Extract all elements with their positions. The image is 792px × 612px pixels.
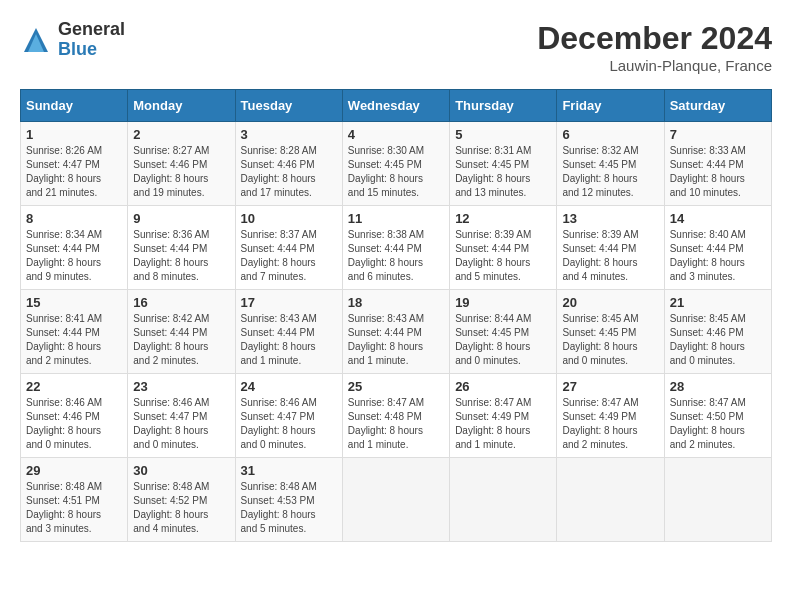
day-number: 5 [455,127,551,142]
day-number: 17 [241,295,337,310]
day-number: 13 [562,211,658,226]
calendar-table: SundayMondayTuesdayWednesdayThursdayFrid… [20,89,772,542]
day-number: 26 [455,379,551,394]
day-number: 24 [241,379,337,394]
day-info: Sunrise: 8:39 AMSunset: 4:44 PMDaylight:… [455,228,551,284]
day-info: Sunrise: 8:46 AMSunset: 4:47 PMDaylight:… [133,396,229,452]
day-info: Sunrise: 8:47 AMSunset: 4:50 PMDaylight:… [670,396,766,452]
week-row-3: 15Sunrise: 8:41 AMSunset: 4:44 PMDayligh… [21,290,772,374]
header-day-friday: Friday [557,90,664,122]
week-row-2: 8Sunrise: 8:34 AMSunset: 4:44 PMDaylight… [21,206,772,290]
day-info: Sunrise: 8:43 AMSunset: 4:44 PMDaylight:… [241,312,337,368]
day-info: Sunrise: 8:32 AMSunset: 4:45 PMDaylight:… [562,144,658,200]
logo-icon [20,24,52,56]
day-number: 14 [670,211,766,226]
day-number: 6 [562,127,658,142]
day-number: 25 [348,379,444,394]
day-number: 30 [133,463,229,478]
day-info: Sunrise: 8:48 AMSunset: 4:51 PMDaylight:… [26,480,122,536]
day-info: Sunrise: 8:42 AMSunset: 4:44 PMDaylight:… [133,312,229,368]
calendar-cell: 15Sunrise: 8:41 AMSunset: 4:44 PMDayligh… [21,290,128,374]
day-info: Sunrise: 8:40 AMSunset: 4:44 PMDaylight:… [670,228,766,284]
calendar-cell: 30Sunrise: 8:48 AMSunset: 4:52 PMDayligh… [128,458,235,542]
header-day-saturday: Saturday [664,90,771,122]
calendar-cell: 20Sunrise: 8:45 AMSunset: 4:45 PMDayligh… [557,290,664,374]
day-info: Sunrise: 8:28 AMSunset: 4:46 PMDaylight:… [241,144,337,200]
calendar-cell: 8Sunrise: 8:34 AMSunset: 4:44 PMDaylight… [21,206,128,290]
day-number: 21 [670,295,766,310]
day-info: Sunrise: 8:45 AMSunset: 4:45 PMDaylight:… [562,312,658,368]
logo: General Blue [20,20,125,60]
calendar-cell: 25Sunrise: 8:47 AMSunset: 4:48 PMDayligh… [342,374,449,458]
calendar-cell: 2Sunrise: 8:27 AMSunset: 4:46 PMDaylight… [128,122,235,206]
day-number: 20 [562,295,658,310]
day-number: 28 [670,379,766,394]
calendar-cell: 22Sunrise: 8:46 AMSunset: 4:46 PMDayligh… [21,374,128,458]
day-number: 18 [348,295,444,310]
day-info: Sunrise: 8:30 AMSunset: 4:45 PMDaylight:… [348,144,444,200]
header-day-wednesday: Wednesday [342,90,449,122]
calendar-cell [450,458,557,542]
day-info: Sunrise: 8:48 AMSunset: 4:53 PMDaylight:… [241,480,337,536]
calendar-cell: 10Sunrise: 8:37 AMSunset: 4:44 PMDayligh… [235,206,342,290]
day-info: Sunrise: 8:46 AMSunset: 4:46 PMDaylight:… [26,396,122,452]
header-day-monday: Monday [128,90,235,122]
calendar-cell: 3Sunrise: 8:28 AMSunset: 4:46 PMDaylight… [235,122,342,206]
calendar-cell: 19Sunrise: 8:44 AMSunset: 4:45 PMDayligh… [450,290,557,374]
week-row-1: 1Sunrise: 8:26 AMSunset: 4:47 PMDaylight… [21,122,772,206]
calendar-cell: 11Sunrise: 8:38 AMSunset: 4:44 PMDayligh… [342,206,449,290]
day-info: Sunrise: 8:44 AMSunset: 4:45 PMDaylight:… [455,312,551,368]
title-block: December 2024 Lauwin-Planque, France [537,20,772,74]
calendar-body: 1Sunrise: 8:26 AMSunset: 4:47 PMDaylight… [21,122,772,542]
header-day-sunday: Sunday [21,90,128,122]
calendar-cell: 9Sunrise: 8:36 AMSunset: 4:44 PMDaylight… [128,206,235,290]
calendar-cell: 6Sunrise: 8:32 AMSunset: 4:45 PMDaylight… [557,122,664,206]
day-info: Sunrise: 8:26 AMSunset: 4:47 PMDaylight:… [26,144,122,200]
calendar-cell: 21Sunrise: 8:45 AMSunset: 4:46 PMDayligh… [664,290,771,374]
day-info: Sunrise: 8:36 AMSunset: 4:44 PMDaylight:… [133,228,229,284]
calendar-cell: 26Sunrise: 8:47 AMSunset: 4:49 PMDayligh… [450,374,557,458]
day-info: Sunrise: 8:43 AMSunset: 4:44 PMDaylight:… [348,312,444,368]
day-info: Sunrise: 8:34 AMSunset: 4:44 PMDaylight:… [26,228,122,284]
day-number: 4 [348,127,444,142]
calendar-cell: 16Sunrise: 8:42 AMSunset: 4:44 PMDayligh… [128,290,235,374]
calendar-cell: 24Sunrise: 8:46 AMSunset: 4:47 PMDayligh… [235,374,342,458]
day-info: Sunrise: 8:47 AMSunset: 4:49 PMDaylight:… [562,396,658,452]
day-number: 23 [133,379,229,394]
day-number: 15 [26,295,122,310]
day-number: 2 [133,127,229,142]
calendar-cell: 13Sunrise: 8:39 AMSunset: 4:44 PMDayligh… [557,206,664,290]
day-info: Sunrise: 8:31 AMSunset: 4:45 PMDaylight:… [455,144,551,200]
day-info: Sunrise: 8:33 AMSunset: 4:44 PMDaylight:… [670,144,766,200]
day-number: 27 [562,379,658,394]
day-number: 9 [133,211,229,226]
calendar-cell: 28Sunrise: 8:47 AMSunset: 4:50 PMDayligh… [664,374,771,458]
day-number: 10 [241,211,337,226]
calendar-cell: 29Sunrise: 8:48 AMSunset: 4:51 PMDayligh… [21,458,128,542]
day-number: 12 [455,211,551,226]
day-number: 3 [241,127,337,142]
day-number: 16 [133,295,229,310]
calendar-header: SundayMondayTuesdayWednesdayThursdayFrid… [21,90,772,122]
header-row: SundayMondayTuesdayWednesdayThursdayFrid… [21,90,772,122]
header-day-thursday: Thursday [450,90,557,122]
calendar-cell [664,458,771,542]
day-info: Sunrise: 8:38 AMSunset: 4:44 PMDaylight:… [348,228,444,284]
page-header: General Blue December 2024 Lauwin-Planqu… [20,20,772,74]
day-info: Sunrise: 8:39 AMSunset: 4:44 PMDaylight:… [562,228,658,284]
calendar-cell: 27Sunrise: 8:47 AMSunset: 4:49 PMDayligh… [557,374,664,458]
calendar-cell [342,458,449,542]
day-info: Sunrise: 8:46 AMSunset: 4:47 PMDaylight:… [241,396,337,452]
calendar-subtitle: Lauwin-Planque, France [537,57,772,74]
calendar-cell: 4Sunrise: 8:30 AMSunset: 4:45 PMDaylight… [342,122,449,206]
calendar-cell: 7Sunrise: 8:33 AMSunset: 4:44 PMDaylight… [664,122,771,206]
day-info: Sunrise: 8:48 AMSunset: 4:52 PMDaylight:… [133,480,229,536]
day-number: 1 [26,127,122,142]
day-info: Sunrise: 8:41 AMSunset: 4:44 PMDaylight:… [26,312,122,368]
calendar-cell: 1Sunrise: 8:26 AMSunset: 4:47 PMDaylight… [21,122,128,206]
logo-text: General Blue [58,20,125,60]
logo-general-text: General [58,20,125,40]
day-info: Sunrise: 8:47 AMSunset: 4:49 PMDaylight:… [455,396,551,452]
calendar-cell: 12Sunrise: 8:39 AMSunset: 4:44 PMDayligh… [450,206,557,290]
calendar-title: December 2024 [537,20,772,57]
